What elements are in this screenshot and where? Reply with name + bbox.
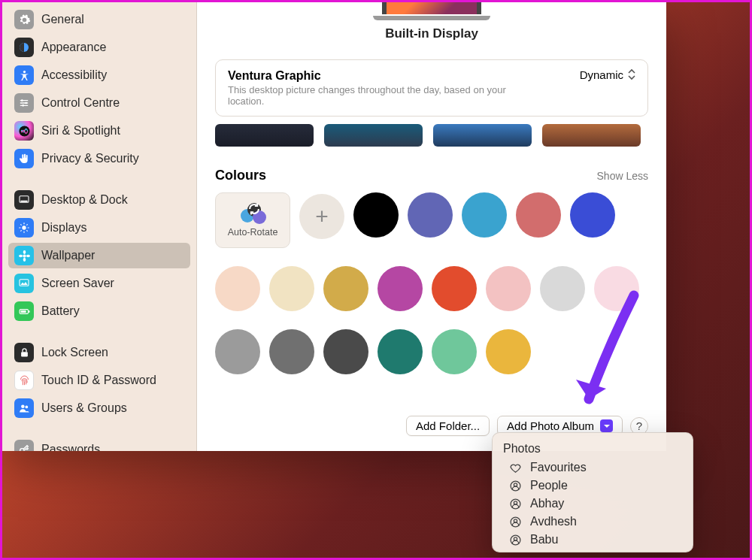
dropdown-item[interactable]: Favourites xyxy=(493,459,693,477)
sidebar-item-label: Privacy & Security xyxy=(41,152,139,165)
wallpaper-title: Ventura Graphic xyxy=(228,69,635,83)
gear-icon xyxy=(14,10,34,29)
sidebar-item-wallpaper[interactable]: Wallpaper xyxy=(8,243,190,268)
dropdown-item[interactable]: Babu xyxy=(493,531,693,549)
dropdown-item[interactable]: Abhay xyxy=(493,495,693,513)
sidebar-item-desktop-dock[interactable]: Desktop & Dock xyxy=(8,187,190,213)
svg-point-7 xyxy=(22,104,24,107)
sidebar-item-label: Siri & Spotlight xyxy=(41,124,120,138)
sidebar-item-accessibility[interactable]: Accessibility xyxy=(8,62,190,88)
colour-swatch[interactable] xyxy=(432,266,477,311)
wallpaper-thumb[interactable] xyxy=(324,124,423,147)
svg-point-33 xyxy=(514,537,517,540)
sidebar-item-siri[interactable]: Siri & Spotlight xyxy=(8,118,190,144)
sidebar-item-label: Passwords xyxy=(41,443,100,451)
colour-swatch[interactable] xyxy=(516,192,561,238)
key-icon xyxy=(14,440,34,451)
svg-rect-17 xyxy=(20,280,29,286)
colour-swatch[interactable] xyxy=(486,329,531,374)
person-icon xyxy=(508,534,523,546)
sidebar-item-general[interactable]: General xyxy=(8,7,190,32)
dock-icon xyxy=(14,190,34,210)
main-panel: Built-in Display Ventura Graphic This de… xyxy=(197,2,666,451)
colour-swatch[interactable] xyxy=(215,266,260,311)
svg-point-29 xyxy=(514,501,517,504)
colour-swatch[interactable] xyxy=(269,266,314,311)
sidebar-item-battery[interactable]: Battery xyxy=(8,298,190,324)
sidebar-item-users-groups[interactable]: Users & Groups xyxy=(8,395,190,421)
colour-swatch[interactable] xyxy=(378,266,423,311)
chevron-down-icon xyxy=(600,419,613,432)
svg-point-13 xyxy=(23,250,26,254)
dropdown-item[interactable]: Avdhesh xyxy=(493,513,693,531)
dropdown-item-label: People xyxy=(530,479,568,492)
add-folder-button[interactable]: Add Folder... xyxy=(406,416,490,436)
sidebar-item-label: Touch ID & Password xyxy=(41,374,156,387)
stepper-icon xyxy=(628,68,638,81)
sidebar-item-label: General xyxy=(41,13,84,26)
photo-album-dropdown: PhotosFavouritesPeopleAbhayAvdheshBabu xyxy=(492,432,693,552)
sidebar-item-appearance[interactable]: Appearance xyxy=(8,35,190,60)
sidebar-item-label: Battery xyxy=(41,304,80,318)
fingerprint-icon xyxy=(14,371,34,390)
sliders-icon xyxy=(14,93,34,113)
svg-point-16 xyxy=(26,254,29,257)
sidebar-item-passwords[interactable]: Passwords xyxy=(8,437,190,451)
wallpaper-thumb[interactable] xyxy=(215,124,314,147)
colour-swatch[interactable] xyxy=(462,192,507,238)
wallpaper-description: This desktop picture changes throughout … xyxy=(228,84,529,107)
colour-swatch[interactable] xyxy=(215,329,260,374)
auto-rotate-tile[interactable]: Auto-Rotate xyxy=(215,192,290,248)
wallpaper-thumb[interactable] xyxy=(542,124,641,147)
colour-swatch[interactable] xyxy=(540,266,585,311)
sidebar-item-privacy[interactable]: Privacy & Security xyxy=(8,146,190,171)
svg-point-11 xyxy=(22,226,26,229)
colour-swatch[interactable] xyxy=(570,192,615,238)
svg-point-23 xyxy=(25,405,28,408)
appearance-icon xyxy=(14,38,34,57)
dropdown-item-label: Avdhesh xyxy=(530,515,577,528)
colour-swatch[interactable] xyxy=(408,192,453,238)
colour-swatch[interactable] xyxy=(378,329,423,374)
sidebar-item-label: Users & Groups xyxy=(41,401,127,415)
dynamic-wallpaper-thumbnails xyxy=(215,124,648,147)
wallpaper-thumb[interactable] xyxy=(433,124,532,147)
sidebar-item-lock-screen[interactable]: Lock Screen xyxy=(8,340,190,365)
colour-swatch[interactable] xyxy=(323,266,368,311)
sidebar-item-label: Displays xyxy=(41,221,86,235)
svg-point-12 xyxy=(23,254,26,257)
lock-icon xyxy=(14,343,34,362)
sidebar-item-displays[interactable]: Displays xyxy=(8,215,190,241)
colours-title: Colours xyxy=(215,168,266,183)
screensaver-icon xyxy=(14,274,34,293)
users-icon xyxy=(14,398,34,418)
colour-swatch[interactable] xyxy=(594,266,639,311)
show-less-link[interactable]: Show Less xyxy=(597,170,648,182)
wallpaper-mode-select[interactable]: Dynamic xyxy=(580,68,638,81)
sidebar-item-label: Accessibility xyxy=(41,68,107,82)
sidebar-item-label: Wallpaper xyxy=(41,249,95,262)
colour-swatch[interactable] xyxy=(432,329,477,374)
svg-point-1 xyxy=(23,70,25,72)
display-label: Built-in Display xyxy=(385,26,478,41)
svg-point-22 xyxy=(21,404,25,408)
colour-swatch[interactable] xyxy=(486,266,531,311)
colour-swatch[interactable] xyxy=(323,329,368,374)
dropdown-item-label: Favourites xyxy=(530,461,587,474)
colour-swatch[interactable] xyxy=(269,329,314,374)
dropdown-header: Photos xyxy=(493,439,693,459)
hand-icon xyxy=(14,149,34,168)
svg-point-14 xyxy=(23,257,26,261)
sidebar-item-label: Screen Saver xyxy=(41,277,114,290)
auto-rotate-label: Auto-Rotate xyxy=(228,227,278,238)
sidebar: GeneralAppearanceAccessibilityControl Ce… xyxy=(2,2,197,451)
colour-swatch[interactable] xyxy=(353,192,399,238)
sidebar-item-label: Lock Screen xyxy=(41,346,108,359)
sidebar-item-screen-saver[interactable]: Screen Saver xyxy=(8,271,190,296)
add-colour-button[interactable]: + xyxy=(299,194,344,239)
dropdown-item[interactable]: People xyxy=(493,477,693,495)
colours-section-header: Colours Show Less xyxy=(215,168,648,183)
sidebar-item-touch-id[interactable]: Touch ID & Password xyxy=(8,368,190,393)
svg-point-5 xyxy=(21,99,23,101)
sidebar-item-control-centre[interactable]: Control Centre xyxy=(8,90,190,116)
